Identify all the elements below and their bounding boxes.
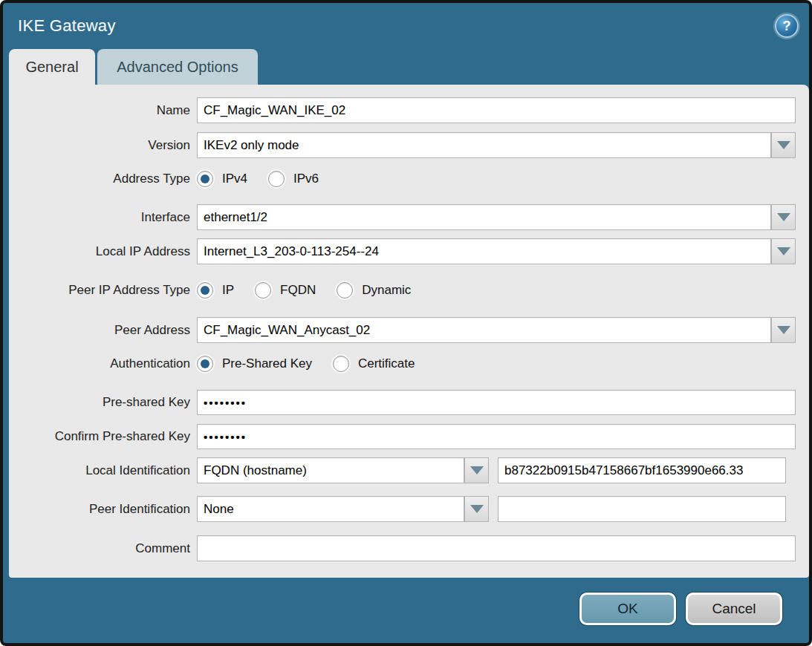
chevron-down-icon: [470, 505, 484, 513]
dialog-footer: OK Cancel: [3, 578, 809, 625]
row-local-ip: Local IP Address: [9, 238, 796, 264]
ike-gateway-dialog: IKE Gateway ? General Advanced Options N…: [0, 0, 812, 646]
radio-psk-icon[interactable]: [197, 356, 213, 372]
peer-identification-type-input[interactable]: [197, 496, 464, 522]
dialog-titlebar: IKE Gateway ?: [3, 3, 809, 49]
tab-general[interactable]: General: [9, 49, 95, 85]
version-dropdown: [197, 132, 796, 158]
authentication-option-certificate[interactable]: Certificate: [333, 356, 415, 372]
address-type-option-ipv6[interactable]: IPv6: [268, 171, 319, 187]
confirm-pre-shared-key-label: Confirm Pre-shared Key: [9, 429, 190, 444]
peer-identification-type-dropdown: [197, 496, 489, 522]
dynamic-label: Dynamic: [362, 283, 411, 298]
row-pre-shared-key: Pre-shared Key: [9, 390, 796, 415]
row-confirm-pre-shared-key: Confirm Pre-shared Key: [9, 424, 796, 449]
local-identification-label: Local Identification: [9, 463, 190, 478]
pre-shared-key-input[interactable]: [197, 390, 796, 415]
peer-ip-type-option-fqdn[interactable]: FQDN: [255, 282, 316, 298]
dialog-title: IKE Gateway: [18, 16, 116, 36]
ipv6-label: IPv6: [293, 172, 319, 186]
name-label: Name: [9, 103, 190, 118]
interface-input[interactable]: [197, 204, 771, 230]
pre-shared-key-label: Pre-shared Key: [9, 395, 190, 410]
row-peer-identification: Peer Identification: [9, 496, 796, 522]
fqdn-label: FQDN: [280, 283, 316, 298]
ipv4-label: IPv4: [222, 172, 247, 186]
peer-address-dropdown: [197, 317, 796, 343]
row-peer-ip-type: Peer IP Address Type IP FQDN Dynamic: [9, 280, 796, 301]
interface-dropdown: [197, 204, 796, 230]
radio-ipv6-icon[interactable]: [268, 171, 285, 187]
row-address-type: Address Type IPv4 IPv6: [9, 169, 796, 189]
confirm-pre-shared-key-input[interactable]: [197, 424, 796, 449]
authentication-option-psk[interactable]: Pre-Shared Key: [197, 356, 312, 372]
address-type-option-ipv4[interactable]: IPv4: [197, 171, 247, 187]
chevron-down-icon: [777, 247, 790, 255]
chevron-down-icon: [777, 326, 790, 334]
ip-label: IP: [222, 283, 234, 298]
radio-fqdn-icon[interactable]: [255, 282, 271, 298]
row-name: Name: [9, 97, 796, 123]
psk-label: Pre-Shared Key: [222, 356, 312, 371]
interface-dropdown-button[interactable]: [771, 204, 796, 230]
local-ip-dropdown-button[interactable]: [771, 238, 796, 264]
authentication-radio-group: Pre-Shared Key Certificate: [197, 353, 435, 374]
peer-identification-dropdown-button[interactable]: [464, 496, 489, 522]
peer-ip-type-label: Peer IP Address Type: [9, 283, 190, 298]
address-type-radio-group: IPv4 IPv6: [197, 169, 340, 189]
peer-address-label: Peer Address: [9, 323, 190, 338]
address-type-label: Address Type: [9, 172, 190, 186]
version-input[interactable]: [197, 132, 771, 158]
row-local-identification: Local Identification: [9, 457, 796, 483]
chevron-down-icon: [777, 213, 790, 221]
chevron-down-icon: [470, 466, 484, 474]
local-ip-dropdown: [197, 238, 796, 264]
peer-ip-type-option-ip[interactable]: IP: [197, 282, 234, 298]
row-authentication: Authentication Pre-Shared Key Certificat…: [9, 353, 796, 374]
version-label: Version: [9, 138, 190, 153]
name-input[interactable]: [197, 97, 796, 123]
row-peer-address: Peer Address: [9, 317, 796, 343]
chevron-down-icon: [777, 141, 790, 149]
radio-ipv4-icon[interactable]: [197, 171, 213, 187]
interface-label: Interface: [9, 210, 190, 225]
cancel-button[interactable]: Cancel: [686, 593, 782, 625]
local-identification-type-input[interactable]: [197, 457, 464, 483]
authentication-label: Authentication: [9, 356, 190, 371]
ok-button[interactable]: OK: [579, 593, 676, 625]
tab-advanced-options[interactable]: Advanced Options: [97, 49, 258, 85]
peer-ip-type-option-dynamic[interactable]: Dynamic: [337, 282, 411, 298]
radio-certificate-icon[interactable]: [333, 356, 349, 372]
row-interface: Interface: [9, 204, 796, 230]
peer-address-dropdown-button[interactable]: [771, 317, 796, 343]
row-comment: Comment: [9, 535, 796, 561]
peer-identification-label: Peer Identification: [9, 502, 190, 517]
tab-bar: General Advanced Options: [3, 49, 809, 85]
local-identification-value-input[interactable]: [498, 457, 786, 483]
general-tab-panel: Name Version Address Type: [9, 85, 809, 578]
peer-ip-type-radio-group: IP FQDN Dynamic: [197, 280, 432, 301]
row-version: Version: [9, 132, 796, 158]
local-ip-label: Local IP Address: [9, 244, 190, 259]
local-ip-input[interactable]: [197, 238, 771, 264]
local-identification-type-dropdown: [197, 457, 489, 483]
radio-dynamic-icon[interactable]: [337, 282, 353, 298]
comment-input[interactable]: [197, 535, 796, 561]
help-icon[interactable]: ?: [775, 14, 799, 38]
certificate-label: Certificate: [358, 356, 415, 371]
peer-address-input[interactable]: [197, 317, 771, 343]
local-identification-dropdown-button[interactable]: [464, 457, 489, 483]
version-dropdown-button[interactable]: [771, 132, 796, 158]
peer-identification-value-input[interactable]: [498, 496, 786, 522]
radio-ip-icon[interactable]: [197, 282, 213, 298]
comment-label: Comment: [9, 541, 190, 556]
